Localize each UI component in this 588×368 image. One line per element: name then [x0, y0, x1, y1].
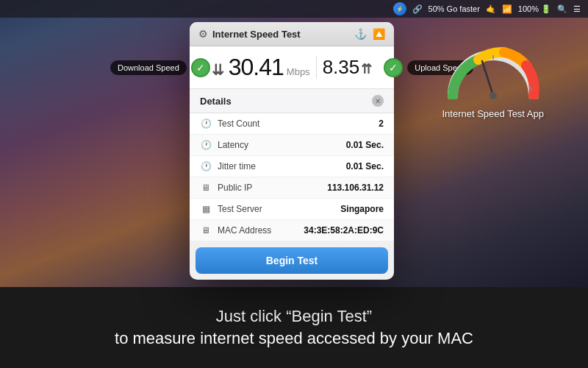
svg-line-0 — [482, 61, 493, 96]
latency-value: 0.01 Sec. — [346, 140, 384, 150]
download-speed-unit: Mbps — [287, 66, 310, 77]
jitter-icon: 🕐 — [200, 161, 212, 171]
upload-arrows-icon: ⇈ — [361, 61, 372, 77]
details-header: Details ✕ — [190, 89, 394, 113]
detail-left-latency: 🕐 Latency — [200, 140, 248, 150]
download-check-icon: ✓ — [191, 58, 210, 77]
details-close-button[interactable]: ✕ — [372, 95, 384, 107]
upload-speed-display: 8.35 ⇈ — [323, 56, 373, 79]
upload-speed-value: 8.35 — [323, 56, 360, 79]
download-label-pill: Download Speed — [110, 60, 187, 75]
detail-row-jitter: 🕐 Jitter time 0.01 Sec. — [190, 156, 394, 177]
download-arrows-icon: ⇊ — [212, 61, 224, 79]
battery-50-item: 50% Go faster — [429, 4, 480, 13]
jitter-label: Jitter time — [218, 161, 256, 171]
window-titlebar: ⚙ Internet Speed Test ⚓ 🔼 — [190, 22, 394, 46]
bottom-bar: Just click “Begin Test” to measure inter… — [0, 287, 588, 368]
details-title: Details — [200, 96, 232, 107]
desktop-background: ⚡ 🔗 50% Go faster 🤙 📶 100% 🔋 🔍 ☰ ⚙ Inter… — [0, 0, 588, 287]
test-count-value: 2 — [379, 118, 384, 129]
detail-left-test-count: 🕐 Test Count — [200, 118, 259, 129]
detail-left-mac-address: 🖥 MAC Address — [200, 225, 271, 236]
public-ip-value: 113.106.31.12 — [327, 183, 384, 193]
svg-point-1 — [490, 92, 497, 99]
titlebar-left: ⚙ Internet Speed Test — [198, 28, 301, 40]
menubar: ⚡ 🔗 50% Go faster 🤙 📶 100% 🔋 🔍 ☰ — [0, 0, 588, 18]
jitter-value: 0.01 Sec. — [346, 161, 384, 171]
battery-full-percent: 100% — [518, 4, 539, 13]
speedometer-gauge — [445, 40, 541, 99]
mac-address-icon: 🖥 — [200, 225, 212, 236]
download-speed-display: ⇊ 30.41 Mbps — [212, 54, 310, 81]
battery-percent: 50% — [429, 4, 445, 13]
menu-lines-icon[interactable]: ☰ — [573, 4, 581, 14]
detail-row-latency: 🕐 Latency 0.01 Sec. — [190, 135, 394, 156]
detail-left-public-ip: 🖥 Public IP — [200, 183, 252, 193]
latency-label: Latency — [218, 140, 248, 150]
test-count-label: Test Count — [218, 118, 259, 129]
share-icon[interactable]: 🔼 — [373, 28, 385, 40]
speedometer-container: Internet Speed Test App — [442, 40, 544, 119]
speed-app-icon: ⚡ — [393, 2, 406, 15]
titlebar-right: ⚓ 🔼 — [354, 28, 385, 40]
latency-icon: 🕐 — [200, 140, 212, 150]
download-speed-label-group: Download Speed ✓ — [110, 58, 210, 77]
detail-row-test-count: 🕐 Test Count 2 — [190, 113, 394, 135]
test-server-value: Singapore — [340, 204, 384, 214]
link-icon: 🔗 — [412, 4, 423, 14]
speedometer-label: Internet Speed Test App — [442, 108, 544, 119]
speed-display-row: Download Speed ✓ ⇊ 30.41 Mbps 8.35 ⇈ ✓ U… — [190, 46, 394, 89]
battery-item: 100% 🔋 — [518, 4, 551, 14]
detail-left-test-server: ▦ Test Server — [200, 204, 262, 214]
detail-row-public-ip: 🖥 Public IP 113.106.31.12 — [190, 177, 394, 199]
bottom-text-line1: Just click “Begin Test” — [216, 307, 372, 326]
bottom-text-line2: to measure internet speed accessed by yo… — [115, 329, 473, 348]
details-section: Details ✕ 🕐 Test Count 2 🕐 Latency 0.01 … — [190, 89, 394, 241]
test-server-icon: ▦ — [200, 204, 212, 214]
begin-test-button[interactable]: Begin Test — [196, 247, 388, 274]
wifi-icon: 📶 — [502, 4, 512, 14]
go-faster-label: Go faster — [447, 4, 480, 13]
detail-row-test-server: ▦ Test Server Singapore — [190, 199, 394, 220]
public-ip-label: Public IP — [218, 183, 252, 193]
public-ip-icon: 🖥 — [200, 183, 212, 193]
download-speed-value: 30.41 — [229, 54, 284, 81]
speed-separator — [316, 57, 317, 79]
settings-icon[interactable]: ⚙ — [198, 28, 208, 40]
detail-row-mac-address: 🖥 MAC Address 34:3E:58:2A:ED:9C — [190, 220, 394, 241]
search-menu-icon[interactable]: 🔍 — [557, 4, 567, 14]
test-count-icon: 🕐 — [200, 118, 212, 129]
hand-icon: 🤙 — [486, 4, 496, 14]
detail-left-jitter: 🕐 Jitter time — [200, 161, 256, 171]
anchor-icon[interactable]: ⚓ — [354, 28, 367, 40]
window-title: Internet Speed Test — [212, 29, 301, 40]
test-server-label: Test Server — [218, 204, 262, 214]
app-window: ⚙ Internet Speed Test ⚓ 🔼 Download Speed… — [190, 22, 394, 280]
upload-check-icon: ✓ — [384, 58, 403, 77]
mac-address-value: 34:3E:58:2A:ED:9C — [304, 225, 384, 236]
mac-address-label: MAC Address — [218, 225, 271, 236]
